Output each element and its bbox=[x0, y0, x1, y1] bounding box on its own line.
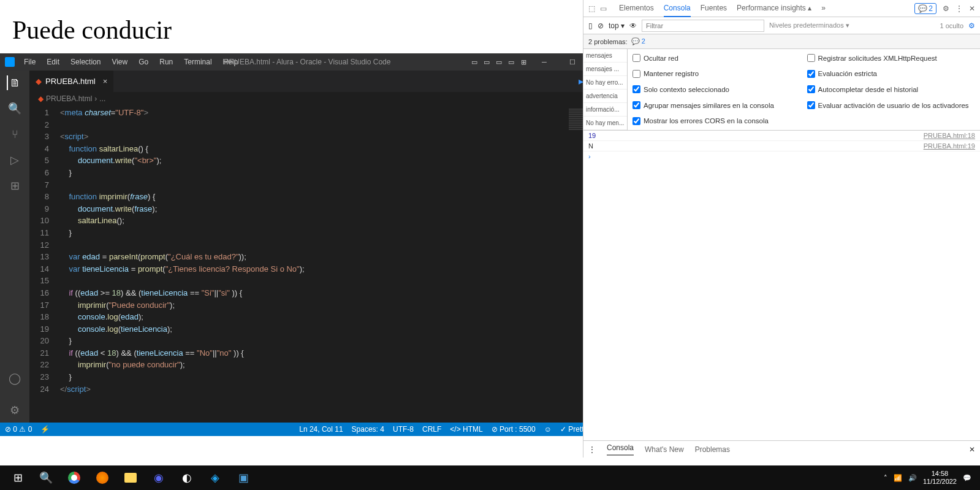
settings-icon[interactable]: ⚙ bbox=[7, 403, 22, 418]
layout-icon[interactable]: ⊞ bbox=[518, 56, 529, 67]
sidebar-item[interactable]: mensajes ... bbox=[583, 63, 627, 76]
minimize-button[interactable]: ─ bbox=[530, 53, 558, 71]
status-bar: ⊘ 0 ⚠ 0 ⚡ Ln 24, Col 11 Spaces: 4 UTF-8 … bbox=[0, 423, 615, 436]
tab-performance[interactable]: Performance insights ▴ bbox=[737, 0, 811, 17]
chk-hide-network[interactable]: Ocultar red bbox=[632, 52, 801, 65]
status-feedback-icon[interactable]: ☺ bbox=[544, 425, 552, 434]
console-prompt[interactable]: › bbox=[583, 151, 980, 161]
editor-tab[interactable]: ◆ PRUEBA.html × bbox=[29, 71, 114, 92]
inspect-icon[interactable]: ⬚ bbox=[588, 4, 595, 13]
vscode-titlebar[interactable]: File Edit Selection View Go Run Terminal… bbox=[0, 53, 615, 71]
console-output[interactable]: 19 PRUEBA.html:18 N PRUEBA.html:19 › bbox=[583, 131, 980, 440]
menu-go[interactable]: Go bbox=[134, 55, 153, 69]
context-selector[interactable]: top ▾ bbox=[609, 21, 625, 30]
layout-icon[interactable]: ▭ bbox=[493, 56, 504, 67]
chk-cors-errors[interactable]: Mostrar los errores CORS en la consola bbox=[632, 114, 801, 128]
tab-console[interactable]: Consola bbox=[664, 0, 691, 17]
filter-input[interactable] bbox=[642, 20, 764, 32]
drawer-tab-problems[interactable]: Problemas bbox=[695, 445, 730, 454]
chk-eager-eval[interactable]: Evaluación estricta bbox=[807, 67, 976, 81]
code-editor[interactable]: 123456789101112131415161718192021222324 … bbox=[29, 105, 615, 423]
search-icon[interactable]: 🔍 bbox=[7, 101, 22, 116]
sidebar-item[interactable]: No hay erro... bbox=[583, 76, 627, 90]
menu-file[interactable]: File bbox=[20, 55, 40, 69]
status-encoding[interactable]: UTF-8 bbox=[393, 425, 414, 434]
problems-bar[interactable]: 2 problemas: 💬 2 bbox=[583, 34, 980, 49]
vscode-icon[interactable]: ◈ bbox=[201, 465, 229, 490]
status-problems[interactable]: ⊘ 0 ⚠ 0 bbox=[5, 425, 32, 434]
menu-edit[interactable]: Edit bbox=[42, 55, 64, 69]
menu-view[interactable]: View bbox=[107, 55, 132, 69]
close-devtools-icon[interactable]: ✕ bbox=[969, 4, 975, 13]
layout-icon[interactable]: ▭ bbox=[506, 56, 517, 67]
html-file-icon: ◆ bbox=[36, 77, 42, 86]
vscode-window: File Edit Selection View Go Run Terminal… bbox=[0, 53, 615, 436]
run-debug-icon[interactable]: ▷ bbox=[7, 153, 22, 167]
sidebar-toggle-icon[interactable]: ▯ bbox=[588, 21, 593, 30]
menu-terminal[interactable]: Terminal bbox=[180, 55, 216, 69]
console-settings-icon[interactable]: ⚙ bbox=[968, 21, 975, 30]
tab-sources[interactable]: Fuentes bbox=[701, 0, 727, 17]
sidebar-item[interactable]: informació... bbox=[583, 103, 627, 117]
close-tab-icon[interactable]: × bbox=[103, 77, 108, 86]
accounts-icon[interactable]: ◯ bbox=[7, 371, 22, 386]
hidden-count[interactable]: 1 oculto bbox=[940, 22, 963, 29]
status-bolt-icon[interactable]: ⚡ bbox=[40, 425, 50, 434]
discord-icon[interactable]: ◉ bbox=[145, 465, 173, 490]
line-numbers: 123456789101112131415161718192021222324 bbox=[29, 105, 60, 423]
status-cursor[interactable]: Ln 24, Col 11 bbox=[299, 425, 343, 434]
drawer-kebab-icon[interactable]: ⋮ bbox=[588, 445, 596, 454]
firefox-icon[interactable] bbox=[88, 465, 116, 490]
terminal-icon[interactable]: ▣ bbox=[229, 465, 257, 490]
clock[interactable]: 14:58 11/12/2022 bbox=[923, 470, 957, 486]
drawer-tab-whatsnew[interactable]: What's New bbox=[645, 445, 684, 454]
chk-user-activation[interactable]: Evaluar activación de usuario de los act… bbox=[807, 99, 976, 112]
tray-notifications-icon[interactable]: 💬 bbox=[963, 474, 971, 482]
message-count-badge[interactable]: 💬 2 bbox=[914, 3, 936, 14]
sidebar-item[interactable]: No hay men... bbox=[583, 117, 627, 130]
console-source-link[interactable]: PRUEBA.html:18 bbox=[924, 132, 975, 139]
tray-wifi-icon[interactable]: 📶 bbox=[894, 474, 902, 482]
device-icon[interactable]: ▭ bbox=[600, 4, 607, 13]
drawer-close-icon[interactable]: ✕ bbox=[969, 445, 975, 454]
chrome-icon[interactable] bbox=[60, 465, 88, 490]
source-control-icon[interactable]: ⑂ bbox=[7, 127, 22, 142]
sidebar-item[interactable]: mensajes bbox=[583, 49, 627, 63]
log-levels[interactable]: Niveles predeterminados ▾ bbox=[769, 21, 849, 29]
drawer-tab-console[interactable]: Consola bbox=[607, 443, 634, 456]
kebab-icon[interactable]: ⋮ bbox=[955, 4, 963, 13]
explorer-icon[interactable] bbox=[116, 465, 145, 490]
chk-group-similar[interactable]: Agrupar mensajes similares en la consola bbox=[632, 99, 801, 112]
clear-console-icon[interactable]: ⊘ bbox=[598, 21, 604, 30]
console-settings-panel: mensajes mensajes ... No hay erro... adv… bbox=[583, 49, 980, 131]
settings-icon[interactable]: ⚙ bbox=[943, 4, 949, 13]
status-language[interactable]: </> HTML bbox=[450, 425, 482, 434]
console-source-link[interactable]: PRUEBA.html:19 bbox=[924, 142, 975, 150]
layout-icon[interactable]: ▭ bbox=[481, 56, 492, 67]
start-button[interactable]: ⊞ bbox=[4, 465, 32, 490]
status-eol[interactable]: CRLF bbox=[422, 425, 441, 434]
breadcrumb[interactable]: ◆ PRUEBA.html › ... bbox=[29, 92, 615, 105]
status-liveserver[interactable]: ⊘ Port : 5500 bbox=[492, 425, 536, 434]
tab-elements[interactable]: Elementos bbox=[619, 0, 654, 17]
devtools-tabbar: ⬚ ▭ Elementos Consola Fuentes Performanc… bbox=[583, 0, 980, 17]
chk-log-xhr[interactable]: Registrar solicitudes XMLHttpRequest bbox=[807, 52, 976, 65]
extensions-icon[interactable]: ⊞ bbox=[7, 178, 22, 193]
tab-more[interactable]: » bbox=[821, 0, 826, 17]
code-content[interactable]: <meta charset="UTF-8"> <script> function… bbox=[60, 105, 615, 423]
layout-icon[interactable]: ▭ bbox=[469, 56, 480, 67]
chk-selected-context[interactable]: Solo contexto seleccionado bbox=[632, 83, 801, 96]
menu-run[interactable]: Run bbox=[155, 55, 177, 69]
steam-icon[interactable]: ◐ bbox=[173, 465, 201, 490]
explorer-icon[interactable]: 🗎 bbox=[7, 75, 21, 90]
menu-selection[interactable]: Selection bbox=[66, 55, 105, 69]
tray-volume-icon[interactable]: 🔊 bbox=[908, 474, 917, 482]
chk-autocomplete[interactable]: Autocompletar desde el historial bbox=[807, 83, 976, 96]
chk-preserve-log[interactable]: Mantener registro bbox=[632, 67, 801, 81]
live-expression-icon[interactable]: 👁 bbox=[629, 21, 637, 30]
settings-checkboxes: Ocultar red Registrar solicitudes XMLHtt… bbox=[628, 49, 980, 130]
sidebar-item[interactable]: advertencia bbox=[583, 90, 627, 103]
status-spaces[interactable]: Spaces: 4 bbox=[352, 425, 384, 434]
search-icon[interactable]: 🔍 bbox=[32, 465, 60, 490]
tray-chevron-icon[interactable]: ˄ bbox=[884, 474, 887, 482]
